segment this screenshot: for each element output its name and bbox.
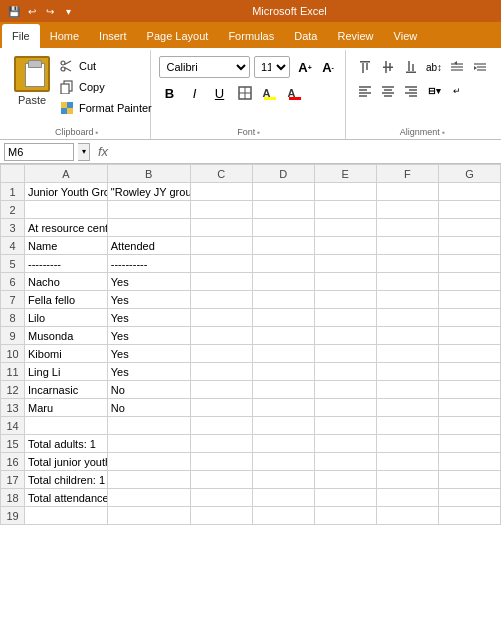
column-header-f[interactable]: F <box>376 165 438 183</box>
wrap-text-button[interactable]: ↵ <box>446 80 468 102</box>
cell-E11[interactable] <box>314 363 376 381</box>
cell-C8[interactable] <box>190 309 252 327</box>
cell-F14[interactable] <box>376 417 438 435</box>
customize-quickaccess-button[interactable]: ▾ <box>60 3 76 19</box>
column-header-g[interactable]: G <box>438 165 500 183</box>
cell-D15[interactable] <box>252 435 314 453</box>
border-button[interactable] <box>234 82 256 104</box>
cell-F18[interactable] <box>376 489 438 507</box>
alignment-expand-icon[interactable]: ▪ <box>442 128 445 137</box>
cell-G6[interactable] <box>438 273 500 291</box>
formula-input[interactable] <box>116 143 497 161</box>
font-expand-icon[interactable]: ▪ <box>257 128 260 137</box>
cell-D1[interactable] <box>252 183 314 201</box>
cell-F16[interactable] <box>376 453 438 471</box>
cell-E3[interactable] <box>314 219 376 237</box>
cell-F6[interactable] <box>376 273 438 291</box>
tab-home[interactable]: Home <box>40 24 89 48</box>
cell-E2[interactable] <box>314 201 376 219</box>
cell-A3[interactable]: At resource center <box>25 219 108 237</box>
cell-E9[interactable] <box>314 327 376 345</box>
highlight-color-button[interactable]: A <box>259 82 281 104</box>
cell-F4[interactable] <box>376 237 438 255</box>
cell-G2[interactable] <box>438 201 500 219</box>
cell-B4[interactable]: Attended <box>107 237 190 255</box>
cell-G1[interactable] <box>438 183 500 201</box>
cell-G7[interactable] <box>438 291 500 309</box>
row-header-10[interactable]: 10 <box>1 345 25 363</box>
cell-G15[interactable] <box>438 435 500 453</box>
cell-D12[interactable] <box>252 381 314 399</box>
cell-C1[interactable] <box>190 183 252 201</box>
cell-F11[interactable] <box>376 363 438 381</box>
cell-D7[interactable] <box>252 291 314 309</box>
cell-E16[interactable] <box>314 453 376 471</box>
row-header-17[interactable]: 17 <box>1 471 25 489</box>
cell-F2[interactable] <box>376 201 438 219</box>
cell-A8[interactable]: Lilo <box>25 309 108 327</box>
font-name-select[interactable]: Calibri <box>159 56 250 78</box>
bold-button[interactable]: B <box>159 82 181 104</box>
cell-F1[interactable] <box>376 183 438 201</box>
cell-G12[interactable] <box>438 381 500 399</box>
cell-A17[interactable]: Total children: 1 <box>25 471 108 489</box>
cell-G5[interactable] <box>438 255 500 273</box>
cell-G14[interactable] <box>438 417 500 435</box>
tab-pagelayout[interactable]: Page Layout <box>137 24 219 48</box>
row-header-16[interactable]: 16 <box>1 453 25 471</box>
cell-B5[interactable]: ---------- <box>107 255 190 273</box>
row-header-19[interactable]: 19 <box>1 507 25 525</box>
cell-D4[interactable] <box>252 237 314 255</box>
cell-B6[interactable]: Yes <box>107 273 190 291</box>
row-header-4[interactable]: 4 <box>1 237 25 255</box>
cell-C15[interactable] <box>190 435 252 453</box>
cell-A9[interactable]: Musonda <box>25 327 108 345</box>
increase-font-button[interactable]: A+ <box>294 56 316 78</box>
cell-E7[interactable] <box>314 291 376 309</box>
cell-B9[interactable]: Yes <box>107 327 190 345</box>
row-header-6[interactable]: 6 <box>1 273 25 291</box>
cell-B1[interactable]: "Rowley JY group" stats collected on: 13… <box>107 183 190 201</box>
align-center-button[interactable] <box>377 80 399 102</box>
cell-D9[interactable] <box>252 327 314 345</box>
tab-data[interactable]: Data <box>284 24 327 48</box>
row-header-7[interactable]: 7 <box>1 291 25 309</box>
cell-C3[interactable] <box>190 219 252 237</box>
cell-A19[interactable] <box>25 507 108 525</box>
tab-file[interactable]: File <box>2 24 40 48</box>
row-header-11[interactable]: 11 <box>1 363 25 381</box>
row-header-15[interactable]: 15 <box>1 435 25 453</box>
cell-A5[interactable]: --------- <box>25 255 108 273</box>
cell-F9[interactable] <box>376 327 438 345</box>
cut-button[interactable]: Cut <box>56 56 155 76</box>
row-header-9[interactable]: 9 <box>1 327 25 345</box>
cell-G16[interactable] <box>438 453 500 471</box>
cell-G3[interactable] <box>438 219 500 237</box>
cell-C7[interactable] <box>190 291 252 309</box>
cell-F10[interactable] <box>376 345 438 363</box>
cell-A1[interactable]: Junior Youth Group <box>25 183 108 201</box>
cell-D11[interactable] <box>252 363 314 381</box>
cell-D8[interactable] <box>252 309 314 327</box>
cell-D19[interactable] <box>252 507 314 525</box>
align-middle-button[interactable] <box>377 56 399 78</box>
row-header-18[interactable]: 18 <box>1 489 25 507</box>
cell-C2[interactable] <box>190 201 252 219</box>
cell-C12[interactable] <box>190 381 252 399</box>
cell-C5[interactable] <box>190 255 252 273</box>
cell-B13[interactable]: No <box>107 399 190 417</box>
cell-F7[interactable] <box>376 291 438 309</box>
cell-C4[interactable] <box>190 237 252 255</box>
tab-insert[interactable]: Insert <box>89 24 137 48</box>
italic-button[interactable]: I <box>184 82 206 104</box>
name-box-dropdown[interactable]: ▾ <box>78 143 90 161</box>
cell-D13[interactable] <box>252 399 314 417</box>
cell-B19[interactable] <box>107 507 190 525</box>
cell-F15[interactable] <box>376 435 438 453</box>
underline-button[interactable]: U <box>209 82 231 104</box>
format-painter-button[interactable]: Format Painter <box>56 98 155 118</box>
row-header-2[interactable]: 2 <box>1 201 25 219</box>
cell-G9[interactable] <box>438 327 500 345</box>
cell-F12[interactable] <box>376 381 438 399</box>
cell-E10[interactable] <box>314 345 376 363</box>
